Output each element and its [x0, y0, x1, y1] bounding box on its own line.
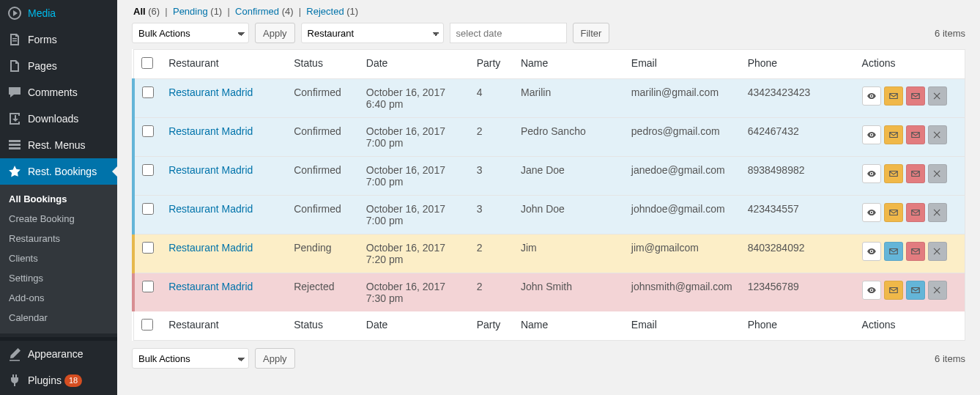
sidebar-item-appearance[interactable]: Appearance	[0, 341, 117, 367]
col-email[interactable]: Email	[624, 50, 740, 79]
col-restaurant[interactable]: Restaurant	[161, 311, 286, 341]
row-checkbox[interactable]	[142, 86, 154, 98]
view-booking-button[interactable]	[862, 242, 881, 261]
send-confirmation-button[interactable]	[884, 203, 903, 222]
filter-pending-link[interactable]: Pending	[173, 6, 208, 17]
send-rejection-button[interactable]	[906, 164, 925, 183]
send-confirmation-button[interactable]	[884, 281, 903, 300]
date-cell: October 16, 20176:40 pm	[359, 79, 469, 118]
col-party[interactable]: Party	[469, 311, 513, 341]
col-status[interactable]: Status	[286, 50, 359, 79]
restaurant-link[interactable]: Restaurant Madrid	[168, 164, 253, 176]
sidebar-item-label: Comments	[28, 86, 78, 98]
row-checkbox[interactable]	[142, 242, 154, 254]
send-rejection-button[interactable]	[906, 203, 925, 222]
sidebar-item-forms[interactable]: Forms	[0, 26, 117, 53]
sidebar-item-plugins[interactable]: Plugins18	[0, 367, 117, 394]
view-booking-button[interactable]	[862, 164, 881, 183]
sidebar-item-rest-menus[interactable]: Rest. Menus	[0, 132, 117, 158]
status-cell: Rejected	[286, 273, 359, 312]
col-restaurant[interactable]: Restaurant	[161, 50, 286, 79]
status-cell: Confirmed	[286, 196, 359, 235]
col-email[interactable]: Email	[624, 311, 740, 341]
media-icon	[7, 6, 22, 21]
apply-bulk-button[interactable]: Apply	[255, 23, 295, 43]
send-confirmation-button[interactable]	[884, 86, 903, 106]
restaurant-link[interactable]: Restaurant Madrid	[168, 242, 253, 254]
row-checkbox[interactable]	[142, 164, 154, 176]
col-phone[interactable]: Phone	[740, 50, 855, 79]
sidebar-item-rest-bookings[interactable]: Rest. Bookings	[0, 158, 117, 185]
delete-booking-button[interactable]	[928, 125, 947, 144]
email-cell: johndoe@gmail.com	[624, 196, 740, 235]
view-booking-button[interactable]	[862, 281, 881, 300]
send-rejection-button[interactable]	[906, 86, 925, 106]
sidebar-item-downloads[interactable]: Downloads	[0, 106, 117, 132]
filter-confirmed-link[interactable]: Confirmed	[235, 6, 279, 17]
send-confirmation-button[interactable]	[884, 125, 903, 144]
apply-bulk-button-bottom[interactable]: Apply	[255, 348, 295, 369]
sidebar-subitem-calendar[interactable]: Calendar	[0, 308, 117, 328]
view-booking-button[interactable]	[862, 125, 881, 144]
sidebar-subitem-add-ons[interactable]: Add-ons	[0, 288, 117, 308]
filter-button[interactable]: Filter	[573, 23, 610, 43]
col-status[interactable]: Status	[286, 311, 359, 341]
sidebar-subitem-all-bookings[interactable]: All Bookings	[0, 189, 117, 209]
filter-rejected-link[interactable]: Rejected	[306, 6, 344, 17]
select-all-checkbox[interactable]	[141, 57, 153, 69]
bulk-actions-select[interactable]: Bulk Actions	[132, 23, 249, 43]
forms-icon	[7, 32, 22, 47]
row-actions	[862, 164, 957, 183]
sidebar-item-pages[interactable]: Pages	[0, 53, 117, 79]
send-rejection-button[interactable]	[906, 125, 925, 144]
bookings-table: Restaurant Status Date Party Name Email …	[132, 49, 965, 341]
restaurant-link[interactable]: Restaurant Madrid	[168, 203, 253, 215]
sidebar-item-label: Plugins	[28, 374, 62, 386]
row-checkbox[interactable]	[142, 125, 154, 137]
filter-confirmed-count: (4)	[282, 6, 294, 17]
send-confirmation-button[interactable]	[906, 281, 925, 300]
name-cell: Jane Doe	[513, 157, 624, 196]
row-checkbox[interactable]	[142, 281, 154, 292]
col-party[interactable]: Party	[469, 50, 513, 79]
col-name[interactable]: Name	[513, 311, 624, 341]
sidebar-submenu: All BookingsCreate BookingRestaurantsCli…	[0, 185, 117, 333]
delete-booking-button[interactable]	[928, 164, 947, 183]
col-date[interactable]: Date	[359, 311, 469, 341]
row-checkbox[interactable]	[142, 203, 154, 215]
delete-booking-button[interactable]	[928, 281, 947, 300]
table-toolbar-bottom: Bulk Actions Apply 6 items	[132, 348, 965, 369]
sidebar-subitem-restaurants[interactable]: Restaurants	[0, 229, 117, 248]
bulk-actions-select-bottom[interactable]: Bulk Actions	[132, 348, 249, 369]
send-confirmation-button[interactable]	[884, 164, 903, 183]
view-booking-button[interactable]	[862, 86, 881, 106]
phone-cell: 8403284092	[740, 235, 855, 273]
sidebar-subitem-settings[interactable]: Settings	[0, 268, 117, 288]
col-date[interactable]: Date	[359, 50, 469, 79]
status-cell: Confirmed	[286, 79, 359, 118]
delete-booking-button[interactable]	[928, 86, 947, 106]
filter-all-count: (6)	[148, 6, 160, 17]
col-name[interactable]: Name	[513, 50, 624, 79]
send-confirmation-button[interactable]	[884, 242, 903, 261]
restaurant-link[interactable]: Restaurant Madrid	[168, 125, 253, 137]
restaurant-link[interactable]: Restaurant Madrid	[168, 281, 253, 292]
view-booking-button[interactable]	[862, 203, 881, 222]
sidebar-item-media[interactable]: Media	[0, 0, 117, 26]
sidebar-subitem-clients[interactable]: Clients	[0, 248, 117, 268]
sidebar-item-comments[interactable]: Comments	[0, 79, 117, 106]
date-filter-input[interactable]	[450, 23, 567, 43]
restaurant-link[interactable]: Restaurant Madrid	[168, 86, 253, 98]
filter-all-link[interactable]: All	[133, 6, 146, 17]
sidebar-item-label: Downloads	[28, 113, 78, 125]
select-all-checkbox-footer[interactable]	[141, 319, 153, 331]
table-row: Restaurant MadridPendingOctober 16, 2017…	[133, 235, 965, 273]
delete-booking-button[interactable]	[928, 242, 947, 261]
name-cell: John Doe	[513, 196, 624, 235]
sidebar-subitem-create-booking[interactable]: Create Booking	[0, 209, 117, 229]
col-phone[interactable]: Phone	[740, 311, 855, 341]
restaurant-filter-select[interactable]: Restaurant	[301, 23, 444, 43]
row-actions	[862, 125, 957, 144]
delete-booking-button[interactable]	[928, 203, 947, 222]
send-rejection-button[interactable]	[906, 242, 925, 261]
